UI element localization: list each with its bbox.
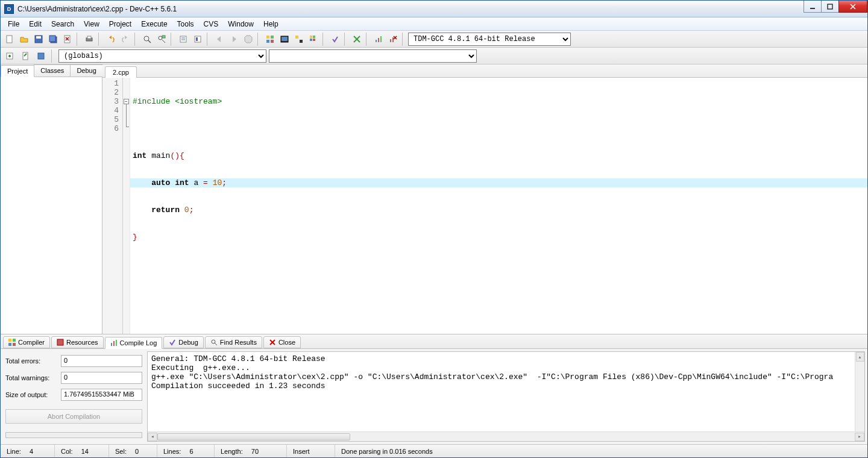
sidebar-body xyxy=(1,77,102,334)
svg-rect-42 xyxy=(392,37,394,42)
menu-tools[interactable]: Tools xyxy=(172,19,199,30)
log-scrollbar-vertical[interactable]: ▴ xyxy=(855,352,864,431)
goto-line-icon[interactable] xyxy=(177,33,190,46)
svg-marker-23 xyxy=(245,36,252,43)
svg-rect-33 xyxy=(313,36,315,38)
stop-icon[interactable] xyxy=(242,33,255,46)
svg-rect-53 xyxy=(111,343,112,346)
goto-bookmark-icon[interactable] xyxy=(34,49,48,63)
svg-rect-51 xyxy=(13,343,16,346)
main-area: Project Classes Debug 2.cpp 123456 − #in… xyxy=(1,64,867,334)
compiler-select[interactable]: TDM-GCC 4.8.1 64-bit Release xyxy=(408,33,571,46)
errors-value: 0 xyxy=(61,355,142,367)
find-icon[interactable] xyxy=(140,33,154,46)
menu-file[interactable]: File xyxy=(3,19,24,30)
code-editor[interactable]: 123456 − #include <iostream> int main(){… xyxy=(102,78,867,334)
menu-project[interactable]: Project xyxy=(104,19,136,30)
menu-view[interactable]: View xyxy=(79,19,104,30)
svg-rect-49 xyxy=(13,339,16,342)
size-value: 1.76749515533447 MiB xyxy=(61,389,142,401)
insert-icon[interactable] xyxy=(3,49,16,63)
editor-area: 2.cpp 123456 − #include <iostream> int m… xyxy=(102,64,867,334)
window-buttons xyxy=(804,1,867,17)
svg-rect-46 xyxy=(23,52,28,60)
line-gutter: 123456 xyxy=(102,78,123,334)
svg-line-15 xyxy=(148,40,151,43)
bottom-tab-close[interactable]: Close xyxy=(263,336,301,348)
maximize-button[interactable] xyxy=(821,1,839,13)
code-text[interactable]: #include <iostream> int main(){ auto int… xyxy=(130,78,867,334)
svg-rect-1 xyxy=(828,4,832,9)
menu-cvs[interactable]: CVS xyxy=(199,19,224,30)
svg-rect-17 xyxy=(162,36,165,38)
svg-rect-24 xyxy=(266,36,269,39)
svg-point-16 xyxy=(159,36,162,40)
fold-column[interactable]: − xyxy=(123,78,130,334)
progress-bar xyxy=(5,432,142,438)
svg-rect-54 xyxy=(113,341,115,346)
svg-rect-32 xyxy=(310,36,312,38)
bottom-tab-compile-log[interactable]: Compile Log xyxy=(105,337,163,349)
log-scrollbar-horizontal[interactable]: ◂▸ xyxy=(148,431,864,441)
svg-rect-41 xyxy=(390,39,391,42)
run-icon[interactable] xyxy=(278,33,291,46)
svg-rect-52 xyxy=(57,339,63,345)
new-file-icon[interactable] xyxy=(3,33,16,46)
svg-rect-13 xyxy=(87,36,91,39)
svg-rect-47 xyxy=(38,53,44,59)
compile-info: Total errors:0 Total warnings:0 Size of … xyxy=(1,349,147,444)
bottom-body: Total errors:0 Total warnings:0 Size of … xyxy=(1,349,867,444)
bottom-tab-resources[interactable]: Resources xyxy=(51,336,104,348)
compile-log[interactable]: General: TDM-GCC 4.8.1 64-bit Release Ex… xyxy=(147,351,865,442)
undo-icon[interactable] xyxy=(104,33,118,46)
close-button[interactable] xyxy=(838,1,867,13)
svg-rect-4 xyxy=(7,36,12,43)
compile-log-text: General: TDM-GCC 4.8.1 64-bit Release Ex… xyxy=(151,354,833,391)
replace-icon[interactable] xyxy=(155,33,168,46)
debug-icon[interactable] xyxy=(329,33,342,46)
compile-run-icon[interactable] xyxy=(292,33,306,46)
menu-search[interactable]: Search xyxy=(46,19,79,30)
abort-compilation-button: Abort Compilation xyxy=(5,409,142,424)
toggle-bookmark-icon[interactable] xyxy=(19,49,32,63)
back-icon[interactable] xyxy=(213,33,226,46)
sidebar-tab-classes[interactable]: Classes xyxy=(34,64,71,77)
delete-icon[interactable] xyxy=(350,33,363,46)
file-tab-active[interactable]: 2.cpp xyxy=(105,66,137,78)
delete-profile-icon[interactable] xyxy=(386,33,400,46)
bookmarks-icon[interactable] xyxy=(191,33,204,46)
bottom-tab-compiler[interactable]: Compiler xyxy=(3,336,50,348)
menu-edit[interactable]: Edit xyxy=(24,19,46,30)
print-icon[interactable] xyxy=(83,33,96,46)
menu-execute[interactable]: Execute xyxy=(136,19,172,30)
sidebar-tab-project[interactable]: Project xyxy=(1,65,34,77)
sidebar: Project Classes Debug xyxy=(1,64,102,334)
open-file-icon[interactable] xyxy=(17,33,31,46)
sidebar-tab-debug[interactable]: Debug xyxy=(70,64,102,77)
toolbar-main: TDM-GCC 4.8.1 64-bit Release xyxy=(1,31,867,48)
svg-rect-55 xyxy=(116,340,117,346)
close-file-icon[interactable] xyxy=(61,33,74,46)
svg-rect-30 xyxy=(295,36,298,39)
forward-icon[interactable] xyxy=(227,33,241,46)
window-title: C:\Users\Administrator\cex\2.cpp - Dev-C… xyxy=(17,5,804,13)
bottom-tab-debug[interactable]: Debug xyxy=(163,336,203,348)
errors-label: Total errors: xyxy=(5,357,57,365)
svg-line-57 xyxy=(215,343,217,345)
redo-icon[interactable] xyxy=(119,33,132,46)
svg-rect-50 xyxy=(8,343,11,346)
minimize-button[interactable] xyxy=(804,1,822,13)
menu-window[interactable]: Window xyxy=(223,19,259,30)
members-combo[interactable] xyxy=(269,49,477,63)
compile-icon[interactable] xyxy=(263,33,277,46)
bottom-tab-find-results[interactable]: Find Results xyxy=(205,336,262,348)
bottom-tabs: Compiler Resources Compile Log Debug Fin… xyxy=(1,334,867,349)
rebuild-icon[interactable] xyxy=(307,33,320,46)
save-all-icon[interactable] xyxy=(46,33,60,46)
svg-point-14 xyxy=(144,36,149,41)
fold-toggle-icon[interactable]: − xyxy=(124,99,129,104)
profile-icon[interactable] xyxy=(372,33,385,46)
save-icon[interactable] xyxy=(32,33,45,46)
menu-help[interactable]: Help xyxy=(259,19,283,30)
globals-combo[interactable]: (globals) xyxy=(58,49,266,63)
